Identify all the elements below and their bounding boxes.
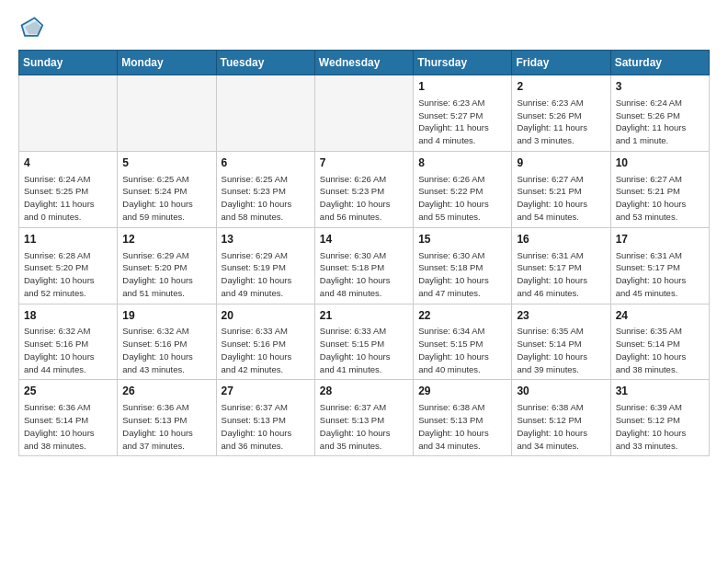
calendar-header-row: SundayMondayTuesdayWednesdayThursdayFrid…	[19, 51, 710, 75]
day-info: Sunrise: 6:24 AM Sunset: 5:26 PM Dayligh…	[616, 97, 704, 147]
calendar-cell: 7Sunrise: 6:26 AM Sunset: 5:23 PM Daylig…	[314, 151, 413, 227]
day-number: 5	[122, 155, 210, 171]
calendar-cell: 13Sunrise: 6:29 AM Sunset: 5:19 PM Dayli…	[216, 227, 314, 304]
day-info: Sunrise: 6:29 AM Sunset: 5:19 PM Dayligh…	[222, 249, 310, 300]
day-number: 13	[222, 232, 310, 247]
day-info: Sunrise: 6:26 AM Sunset: 5:22 PM Dayligh…	[418, 173, 506, 224]
calendar-week-row: 18Sunrise: 6:32 AM Sunset: 5:16 PM Dayli…	[19, 304, 710, 380]
day-info: Sunrise: 6:37 AM Sunset: 5:13 PM Dayligh…	[222, 401, 310, 452]
day-number: 23	[517, 308, 605, 324]
day-number: 2	[517, 79, 605, 95]
day-number: 11	[24, 232, 112, 247]
calendar-cell	[19, 75, 118, 152]
calendar-cell: 11Sunrise: 6:28 AM Sunset: 5:20 PM Dayli…	[19, 227, 118, 304]
calendar-cell: 19Sunrise: 6:32 AM Sunset: 5:16 PM Dayli…	[118, 304, 216, 380]
calendar-cell: 23Sunrise: 6:35 AM Sunset: 5:14 PM Dayli…	[512, 304, 610, 380]
weekday-header-thursday: Thursday	[414, 51, 512, 75]
weekday-header-wednesday: Wednesday	[314, 51, 413, 75]
calendar-cell: 24Sunrise: 6:35 AM Sunset: 5:14 PM Dayli…	[610, 304, 709, 380]
day-number: 1	[418, 79, 506, 95]
day-number: 25	[24, 384, 112, 399]
day-number: 6	[222, 155, 310, 171]
weekday-header-monday: Monday	[118, 51, 216, 75]
calendar-cell: 20Sunrise: 6:33 AM Sunset: 5:16 PM Dayli…	[216, 304, 314, 380]
day-number: 19	[122, 308, 210, 324]
day-info: Sunrise: 6:29 AM Sunset: 5:20 PM Dayligh…	[122, 249, 210, 300]
calendar-cell	[216, 75, 314, 152]
calendar-table: SundayMondayTuesdayWednesdayThursdayFrid…	[18, 50, 710, 456]
calendar-cell: 26Sunrise: 6:36 AM Sunset: 5:13 PM Dayli…	[118, 380, 216, 456]
calendar-cell: 2Sunrise: 6:23 AM Sunset: 5:26 PM Daylig…	[512, 75, 610, 152]
calendar-cell: 16Sunrise: 6:31 AM Sunset: 5:17 PM Dayli…	[512, 227, 610, 304]
calendar-cell: 3Sunrise: 6:24 AM Sunset: 5:26 PM Daylig…	[610, 75, 709, 152]
day-number: 31	[616, 384, 704, 399]
calendar-cell: 6Sunrise: 6:25 AM Sunset: 5:23 PM Daylig…	[216, 151, 314, 227]
day-info: Sunrise: 6:38 AM Sunset: 5:12 PM Dayligh…	[517, 401, 605, 452]
calendar-cell: 10Sunrise: 6:27 AM Sunset: 5:21 PM Dayli…	[610, 151, 709, 227]
day-number: 28	[320, 384, 408, 399]
weekday-header-saturday: Saturday	[610, 51, 709, 75]
day-info: Sunrise: 6:25 AM Sunset: 5:23 PM Dayligh…	[222, 173, 310, 224]
calendar-cell: 29Sunrise: 6:38 AM Sunset: 5:13 PM Dayli…	[414, 380, 512, 456]
day-info: Sunrise: 6:36 AM Sunset: 5:13 PM Dayligh…	[122, 401, 210, 452]
day-info: Sunrise: 6:28 AM Sunset: 5:20 PM Dayligh…	[24, 249, 112, 300]
day-info: Sunrise: 6:25 AM Sunset: 5:24 PM Dayligh…	[122, 173, 210, 224]
header	[18, 15, 710, 40]
day-info: Sunrise: 6:39 AM Sunset: 5:12 PM Dayligh…	[616, 401, 704, 452]
day-number: 26	[122, 384, 210, 399]
day-info: Sunrise: 6:33 AM Sunset: 5:16 PM Dayligh…	[222, 325, 310, 375]
calendar-cell: 27Sunrise: 6:37 AM Sunset: 5:13 PM Dayli…	[216, 380, 314, 456]
day-info: Sunrise: 6:27 AM Sunset: 5:21 PM Dayligh…	[517, 173, 605, 224]
day-info: Sunrise: 6:35 AM Sunset: 5:14 PM Dayligh…	[517, 325, 605, 375]
day-number: 29	[418, 384, 506, 399]
weekday-header-tuesday: Tuesday	[216, 51, 314, 75]
calendar-cell: 1Sunrise: 6:23 AM Sunset: 5:27 PM Daylig…	[414, 75, 512, 152]
day-number: 17	[616, 232, 704, 247]
day-info: Sunrise: 6:32 AM Sunset: 5:16 PM Dayligh…	[24, 325, 112, 375]
day-number: 12	[122, 232, 210, 247]
day-info: Sunrise: 6:26 AM Sunset: 5:23 PM Dayligh…	[320, 173, 408, 224]
day-info: Sunrise: 6:23 AM Sunset: 5:27 PM Dayligh…	[418, 97, 506, 147]
calendar-cell: 17Sunrise: 6:31 AM Sunset: 5:17 PM Dayli…	[610, 227, 709, 304]
day-number: 3	[616, 79, 704, 95]
calendar-cell: 25Sunrise: 6:36 AM Sunset: 5:14 PM Dayli…	[19, 380, 118, 456]
calendar-cell: 31Sunrise: 6:39 AM Sunset: 5:12 PM Dayli…	[610, 380, 709, 456]
day-info: Sunrise: 6:30 AM Sunset: 5:18 PM Dayligh…	[418, 249, 506, 300]
logo	[18, 15, 48, 40]
weekday-header-friday: Friday	[512, 51, 610, 75]
calendar-cell	[314, 75, 413, 152]
calendar-week-row: 25Sunrise: 6:36 AM Sunset: 5:14 PM Dayli…	[19, 380, 710, 456]
day-info: Sunrise: 6:24 AM Sunset: 5:25 PM Dayligh…	[24, 173, 112, 224]
calendar-week-row: 4Sunrise: 6:24 AM Sunset: 5:25 PM Daylig…	[19, 151, 710, 227]
calendar-cell: 15Sunrise: 6:30 AM Sunset: 5:18 PM Dayli…	[414, 227, 512, 304]
day-number: 22	[418, 308, 506, 324]
day-number: 7	[320, 155, 408, 171]
calendar-cell: 8Sunrise: 6:26 AM Sunset: 5:22 PM Daylig…	[414, 151, 512, 227]
day-number: 27	[222, 384, 310, 399]
day-info: Sunrise: 6:35 AM Sunset: 5:14 PM Dayligh…	[616, 325, 704, 375]
day-info: Sunrise: 6:38 AM Sunset: 5:13 PM Dayligh…	[418, 401, 506, 452]
calendar-week-row: 11Sunrise: 6:28 AM Sunset: 5:20 PM Dayli…	[19, 227, 710, 304]
day-info: Sunrise: 6:31 AM Sunset: 5:17 PM Dayligh…	[517, 249, 605, 300]
calendar-cell: 18Sunrise: 6:32 AM Sunset: 5:16 PM Dayli…	[19, 304, 118, 380]
day-number: 15	[418, 232, 506, 247]
calendar-cell: 5Sunrise: 6:25 AM Sunset: 5:24 PM Daylig…	[118, 151, 216, 227]
day-number: 20	[222, 308, 310, 324]
day-info: Sunrise: 6:36 AM Sunset: 5:14 PM Dayligh…	[24, 401, 112, 452]
day-number: 4	[24, 155, 112, 171]
calendar-cell: 22Sunrise: 6:34 AM Sunset: 5:15 PM Dayli…	[414, 304, 512, 380]
calendar-cell: 4Sunrise: 6:24 AM Sunset: 5:25 PM Daylig…	[19, 151, 118, 227]
day-number: 18	[24, 308, 112, 324]
day-info: Sunrise: 6:34 AM Sunset: 5:15 PM Dayligh…	[418, 325, 506, 375]
calendar-cell	[118, 75, 216, 152]
day-info: Sunrise: 6:37 AM Sunset: 5:13 PM Dayligh…	[320, 401, 408, 452]
calendar-cell: 9Sunrise: 6:27 AM Sunset: 5:21 PM Daylig…	[512, 151, 610, 227]
day-number: 14	[320, 232, 408, 247]
weekday-header-sunday: Sunday	[19, 51, 118, 75]
day-info: Sunrise: 6:33 AM Sunset: 5:15 PM Dayligh…	[320, 325, 408, 375]
day-number: 10	[616, 155, 704, 171]
day-info: Sunrise: 6:30 AM Sunset: 5:18 PM Dayligh…	[320, 249, 408, 300]
day-number: 16	[517, 232, 605, 247]
logo-icon	[18, 15, 44, 40]
calendar-cell: 14Sunrise: 6:30 AM Sunset: 5:18 PM Dayli…	[314, 227, 413, 304]
